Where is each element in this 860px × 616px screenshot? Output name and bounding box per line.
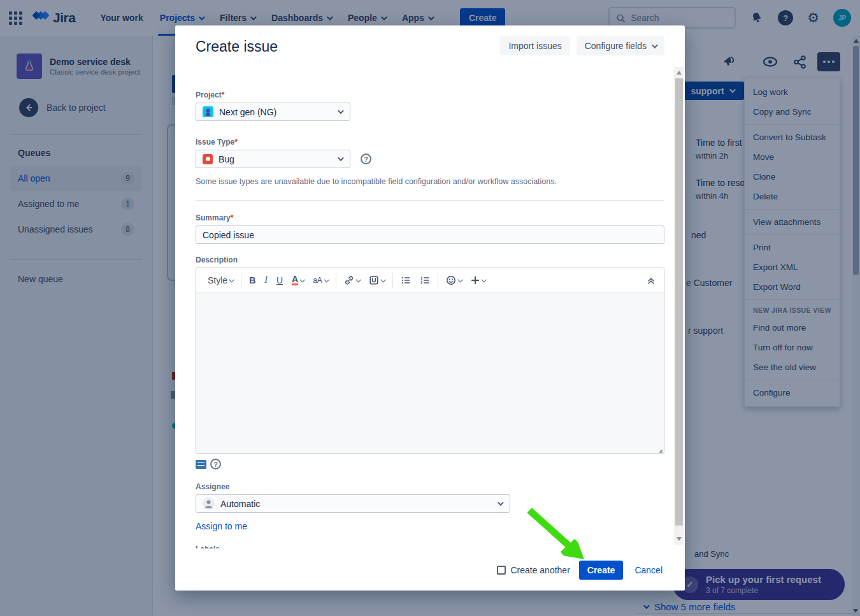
scroll-up-arrow[interactable] <box>677 71 682 75</box>
chevron-down-icon <box>300 277 305 282</box>
link-dropdown[interactable] <box>340 273 364 287</box>
plus-icon <box>471 276 480 285</box>
create-issue-modal: Create issue Import issues Configure fie… <box>175 25 685 591</box>
chevron-down-icon <box>355 277 361 282</box>
scrollbar-thumb[interactable] <box>675 78 683 526</box>
project-select[interactable]: Next gen (NG) <box>196 103 350 121</box>
style-dropdown[interactable]: Style <box>204 273 237 287</box>
required-asterisk: * <box>231 213 234 222</box>
chevron-down-icon <box>481 277 486 282</box>
scroll-down-arrow[interactable] <box>677 537 682 541</box>
bullet-list-button[interactable] <box>397 273 415 287</box>
italic-button[interactable]: I <box>261 273 271 287</box>
configure-fields-button[interactable]: Configure fields <box>577 36 664 55</box>
text-color-dropdown[interactable]: A <box>288 273 308 287</box>
numbered-list-icon <box>420 275 430 285</box>
chevron-down-icon <box>229 277 234 282</box>
project-mini-avatar-icon <box>203 106 213 117</box>
issue-type-select-value: Bug <box>219 154 234 164</box>
more-formatting-dropdown[interactable]: aA <box>309 274 332 287</box>
chevron-down-icon <box>498 499 504 506</box>
chevron-down-icon <box>338 108 344 114</box>
bullet-list-icon <box>401 275 411 285</box>
form-divider <box>196 200 664 201</box>
link-icon <box>344 275 354 285</box>
bug-type-icon <box>203 154 213 164</box>
assignee-select[interactable]: Automatic <box>196 494 510 513</box>
editor-toolbar: Style B I U A aA <box>196 268 664 292</box>
wiki-markup-icon[interactable] <box>196 460 206 469</box>
summary-input[interactable] <box>196 226 664 244</box>
create-button[interactable]: Create <box>579 561 624 580</box>
description-help-icon[interactable]: ? <box>210 459 221 469</box>
assignee-select-value: Automatic <box>220 499 260 509</box>
page: Jira Your work Projects Filters Dashboar… <box>0 0 860 616</box>
emoji-dropdown[interactable] <box>442 273 466 287</box>
summary-label: Summary* <box>196 213 664 222</box>
project-select-value: Next gen (NG) <box>219 107 276 117</box>
assignee-label: Assignee <box>196 482 664 491</box>
modal-scrollbar[interactable] <box>674 67 684 545</box>
create-another-label: Create another <box>510 565 570 575</box>
labels-label: Labels <box>196 545 664 548</box>
underline-button[interactable]: U <box>273 273 287 287</box>
description-textarea[interactable] <box>196 292 664 453</box>
issue-type-label: Issue Type* <box>196 138 664 147</box>
chevron-down-icon <box>652 42 658 48</box>
create-another-option[interactable]: Create another <box>497 565 570 575</box>
collapse-toolbar-button[interactable] <box>642 273 660 287</box>
double-chevron-up-icon <box>646 275 656 285</box>
description-editor: Style B I U A aA <box>196 268 664 454</box>
chevron-down-icon <box>380 277 385 282</box>
required-asterisk: * <box>222 90 225 99</box>
cancel-link[interactable]: Cancel <box>634 565 663 575</box>
issue-type-select[interactable]: Bug <box>196 150 350 168</box>
attachment-icon <box>369 275 379 285</box>
assign-to-me-link[interactable]: Assign to me <box>196 521 247 531</box>
attach-dropdown[interactable] <box>365 273 389 287</box>
bold-button[interactable]: B <box>245 273 259 287</box>
required-asterisk: * <box>234 138 238 147</box>
issue-type-help-icon[interactable]: ? <box>361 154 371 164</box>
insert-more-dropdown[interactable] <box>467 274 489 287</box>
modal-footer: Create another Create Cancel <box>175 550 685 591</box>
create-another-checkbox[interactable] <box>497 566 506 575</box>
numbered-list-button[interactable] <box>416 273 434 287</box>
emoji-icon <box>446 275 456 285</box>
issue-type-note: Some issue types are unavailable due to … <box>196 177 664 186</box>
description-label: Description <box>196 255 664 264</box>
chevron-down-icon <box>338 155 344 161</box>
chevron-down-icon <box>324 277 329 282</box>
import-issues-button[interactable]: Import issues <box>500 36 570 55</box>
chevron-down-icon <box>457 277 462 282</box>
project-label: Project* <box>196 90 664 99</box>
assignee-avatar-icon <box>203 498 215 510</box>
resize-handle[interactable] <box>656 445 663 452</box>
